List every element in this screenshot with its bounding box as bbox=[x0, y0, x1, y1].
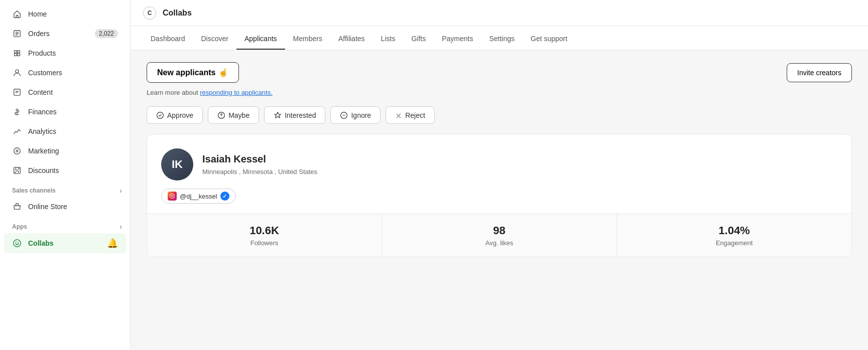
check-circle-icon bbox=[156, 111, 164, 119]
sidebar-item-orders[interactable]: Orders 2,022 bbox=[4, 24, 126, 43]
sidebar-item-marketing[interactable]: Marketing bbox=[4, 141, 126, 160]
svg-point-15 bbox=[221, 117, 222, 117]
svg-point-19 bbox=[173, 195, 174, 195]
sidebar-item-label: Customers bbox=[28, 69, 62, 77]
svg-rect-2 bbox=[14, 89, 21, 96]
tab-payments[interactable]: Payments bbox=[434, 29, 481, 50]
svg-point-18 bbox=[171, 195, 173, 197]
engagement-value: 1.04% bbox=[625, 224, 843, 237]
sidebar-item-content[interactable]: Content bbox=[4, 83, 126, 102]
analytics-icon bbox=[12, 126, 22, 136]
chevron-right-icon: › bbox=[119, 223, 122, 231]
sidebar-item-home[interactable]: Home bbox=[4, 5, 126, 24]
interested-button[interactable]: Interested bbox=[264, 106, 325, 124]
sidebar-nav: Home Orders 2,022 Products Customers bbox=[0, 0, 130, 258]
sidebar-item-online-store[interactable]: Online Store bbox=[4, 197, 126, 216]
sidebar-item-customers[interactable]: Customers bbox=[4, 63, 126, 82]
learn-more-text: Learn more about responding to applicant… bbox=[147, 89, 852, 96]
interested-label: Interested bbox=[285, 111, 316, 119]
tab-affiliates[interactable]: Affiliates bbox=[330, 29, 373, 50]
sidebar-item-label: Online Store bbox=[28, 203, 67, 211]
invite-creators-label: Invite creators bbox=[797, 69, 841, 77]
maybe-label: Maybe bbox=[228, 111, 250, 119]
apps-section[interactable]: Apps › bbox=[0, 217, 130, 233]
store-icon bbox=[12, 202, 22, 212]
svg-point-1 bbox=[16, 70, 19, 73]
question-circle-icon bbox=[217, 111, 225, 119]
invite-creators-button[interactable]: Invite creators bbox=[787, 63, 852, 82]
marketing-icon bbox=[12, 146, 22, 156]
avg-likes-value: 98 bbox=[390, 224, 608, 237]
avatar: IK bbox=[161, 148, 193, 181]
sidebar-item-label: Products bbox=[28, 49, 56, 57]
svg-text:C: C bbox=[148, 10, 152, 17]
handle-text: @dj__kessel bbox=[180, 193, 217, 200]
instagram-icon bbox=[168, 192, 177, 201]
sidebar-item-discounts[interactable]: Discounts bbox=[4, 161, 126, 180]
svg-point-5 bbox=[18, 171, 19, 172]
content-icon bbox=[12, 87, 22, 97]
main-content: C Collabs Dashboard Discover Applicants … bbox=[131, 0, 868, 350]
ignore-button[interactable]: Ignore bbox=[330, 106, 381, 124]
verified-icon: ✓ bbox=[220, 192, 229, 201]
reject-label: Reject bbox=[405, 111, 425, 119]
new-applicants-label: New applicants bbox=[157, 68, 215, 77]
applicant-card: IK Isaiah Kessel Minneapolis , Minnesota… bbox=[147, 134, 852, 257]
instagram-badge[interactable]: @dj__kessel ✓ bbox=[161, 189, 236, 204]
applicant-name: Isaiah Kessel bbox=[202, 153, 317, 165]
approve-label: Approve bbox=[167, 111, 193, 119]
chevron-right-icon: › bbox=[119, 187, 122, 195]
finances-icon bbox=[12, 107, 22, 117]
tab-get-support[interactable]: Get support bbox=[523, 29, 575, 50]
applicant-location: Minneapolis , Minnesota , United States bbox=[202, 168, 317, 176]
tab-discover[interactable]: Discover bbox=[193, 29, 236, 50]
tabs-bar: Dashboard Discover Applicants Members Af… bbox=[131, 26, 868, 50]
sidebar-item-collabs[interactable]: Collabs 🔔 bbox=[4, 233, 126, 253]
tab-applicants[interactable]: Applicants bbox=[236, 29, 285, 50]
sidebar-item-label: Home bbox=[28, 10, 47, 18]
new-applicants-button[interactable]: New applicants ☝ bbox=[147, 62, 239, 83]
tab-lists[interactable]: Lists bbox=[373, 29, 404, 50]
followers-label: Followers bbox=[155, 239, 374, 247]
sidebar-item-analytics[interactable]: Analytics bbox=[4, 122, 126, 141]
sidebar-item-label: Finances bbox=[28, 108, 57, 116]
stats-row: 10.6K Followers 98 Avg. likes 1.04% Enga… bbox=[147, 214, 851, 257]
tab-dashboard[interactable]: Dashboard bbox=[143, 29, 193, 50]
svg-point-8 bbox=[16, 242, 17, 243]
star-icon bbox=[274, 111, 282, 119]
svg-point-4 bbox=[15, 168, 17, 170]
approve-button[interactable]: Approve bbox=[147, 106, 203, 124]
collabs-logo: C bbox=[143, 6, 157, 20]
orders-icon bbox=[12, 29, 22, 39]
sidebar-item-label: Collabs bbox=[28, 239, 54, 247]
reject-button[interactable]: Reject bbox=[386, 106, 435, 124]
followers-value: 10.6K bbox=[155, 224, 374, 237]
sidebar: Home Orders 2,022 Products Customers bbox=[0, 0, 131, 350]
orders-badge: 2,022 bbox=[95, 29, 118, 38]
customers-icon bbox=[12, 68, 22, 78]
content-area: New applicants ☝ Invite creators Learn m… bbox=[131, 50, 868, 350]
top-bar: C Collabs bbox=[131, 0, 868, 26]
responding-link[interactable]: responding to applicants. bbox=[200, 89, 273, 96]
sidebar-item-finances[interactable]: Finances bbox=[4, 102, 126, 121]
ignore-label: Ignore bbox=[351, 111, 371, 119]
discounts-icon bbox=[12, 165, 22, 176]
sidebar-item-label: Discounts bbox=[28, 166, 59, 174]
maybe-button[interactable]: Maybe bbox=[208, 106, 259, 124]
engagement-label: Engagement bbox=[625, 239, 843, 247]
sales-channels-section[interactable]: Sales channels › bbox=[0, 181, 130, 197]
action-buttons: Approve Maybe Interested Ignore bbox=[147, 106, 852, 124]
sidebar-item-products[interactable]: Products bbox=[4, 44, 126, 63]
sales-channels-label: Sales channels bbox=[12, 187, 56, 194]
social-handle: @dj__kessel ✓ bbox=[161, 189, 837, 204]
stat-followers: 10.6K Followers bbox=[147, 214, 382, 257]
x-icon bbox=[395, 111, 402, 119]
stat-avg-likes: 98 Avg. likes bbox=[382, 214, 617, 257]
cursor-icon: ☝ bbox=[218, 68, 228, 77]
tab-gifts[interactable]: Gifts bbox=[403, 29, 434, 50]
collabs-icon bbox=[12, 238, 22, 248]
tab-members[interactable]: Members bbox=[285, 29, 330, 50]
tab-settings[interactable]: Settings bbox=[481, 29, 523, 50]
sidebar-item-label: Orders bbox=[28, 30, 50, 38]
applicant-header: IK Isaiah Kessel Minneapolis , Minnesota… bbox=[161, 148, 837, 181]
